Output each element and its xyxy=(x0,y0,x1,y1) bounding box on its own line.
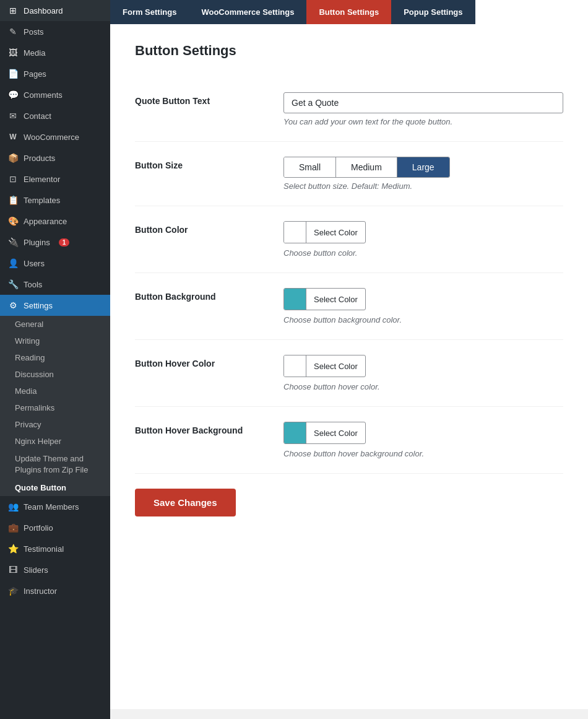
help-button-background: Choose button background color. xyxy=(283,315,563,325)
pages-icon: 📄 xyxy=(7,68,19,79)
color-picker-button-background[interactable]: Select Color xyxy=(283,288,366,310)
control-button-hover-background: Select Color Choose button hover backgro… xyxy=(283,422,563,458)
help-quote-button-text: You can add your own text for the quote … xyxy=(283,117,563,126)
sidebar-item-appearance[interactable]: 🎨 Appearance xyxy=(0,211,110,232)
page-title: Button Settings xyxy=(135,43,563,59)
testimonial-icon: ⭐ xyxy=(7,543,19,554)
settings-submenu: General Writing Reading Discussion Media… xyxy=(0,316,110,496)
sliders-icon: 🎞 xyxy=(7,564,19,575)
row-button-size: Button Size Small Medium Large Select bu… xyxy=(135,142,563,206)
submenu-update-theme[interactable]: Update Theme and Plugins from Zip File xyxy=(0,450,110,479)
color-picker-button-hover-color[interactable]: Select Color xyxy=(283,355,366,377)
label-button-hover-color: Button Hover Color xyxy=(135,355,271,368)
submenu-reading[interactable]: Reading xyxy=(0,349,110,366)
templates-icon: 📋 xyxy=(7,194,19,206)
plugins-icon: 🔌 xyxy=(7,237,19,248)
appearance-icon: 🎨 xyxy=(7,216,19,227)
color-label-button-hover-color: Select Color xyxy=(306,358,365,375)
sidebar-item-portfolio[interactable]: 💼 Portfolio xyxy=(0,517,110,538)
row-button-hover-color: Button Hover Color Select Color Choose b… xyxy=(135,340,563,407)
save-changes-button[interactable]: Save Changes xyxy=(135,489,236,516)
color-label-button-background: Select Color xyxy=(306,291,365,308)
size-toggle: Small Medium Large xyxy=(283,157,450,178)
submenu-writing[interactable]: Writing xyxy=(0,333,110,349)
row-button-background: Button Background Select Color Choose bu… xyxy=(135,273,563,340)
sidebar-item-woocommerce[interactable]: W WooCommerce xyxy=(0,126,110,147)
media-icon: 🖼 xyxy=(7,47,19,58)
row-button-hover-background: Button Hover Background Select Color Cho… xyxy=(135,407,563,474)
control-quote-button-text: You can add your own text for the quote … xyxy=(283,92,563,126)
submenu-privacy[interactable]: Privacy xyxy=(0,416,110,433)
sidebar-item-testimonial[interactable]: ⭐ Testimonial xyxy=(0,538,110,559)
color-label-button-hover-background: Select Color xyxy=(306,425,365,442)
size-small[interactable]: Small xyxy=(284,157,336,177)
sidebar-item-plugins[interactable]: 🔌 Plugins 1 xyxy=(0,232,110,253)
help-button-hover-background: Choose button hover background color. xyxy=(283,449,563,458)
label-quote-button-text: Quote Button Text xyxy=(135,92,271,106)
tools-icon: 🔧 xyxy=(7,279,19,290)
input-quote-button-text[interactable] xyxy=(283,92,563,113)
main-panel: Form Settings WooCommerce Settings Butto… xyxy=(110,0,588,719)
sidebar-item-dashboard[interactable]: ⊞ Dashboard xyxy=(0,0,110,21)
sidebar-item-team-members[interactable]: 👥 Team Members xyxy=(0,496,110,517)
submenu-discussion[interactable]: Discussion xyxy=(0,366,110,383)
control-button-size: Small Medium Large Select button size. D… xyxy=(283,157,563,191)
sidebar-item-contact[interactable]: ✉ Contact xyxy=(0,105,110,126)
sidebar-item-instructor[interactable]: 🎓 Instructor xyxy=(0,580,110,601)
elementor-icon: ⊡ xyxy=(7,173,19,185)
sidebar-item-elementor[interactable]: ⊡ Elementor xyxy=(0,168,110,190)
row-button-color: Button Color Select Color Choose button … xyxy=(135,206,563,273)
swatch-button-hover-color xyxy=(284,355,306,377)
control-button-hover-color: Select Color Choose button hover color. xyxy=(283,355,563,391)
instructor-icon: 🎓 xyxy=(7,585,19,596)
submenu-nginx-helper[interactable]: Nginx Helper xyxy=(0,433,110,450)
woocommerce-icon: W xyxy=(7,131,19,142)
tab-woocommerce-settings[interactable]: WooCommerce Settings xyxy=(189,0,306,24)
submenu-quote-button[interactable]: Quote Button xyxy=(0,479,110,496)
sidebar-item-media[interactable]: 🖼 Media xyxy=(0,42,110,63)
posts-icon: ✎ xyxy=(7,26,19,37)
contact-icon: ✉ xyxy=(7,110,19,121)
sidebar: ⊞ Dashboard ✎ Posts 🖼 Media 📄 Pages 💬 Co… xyxy=(0,0,110,719)
tab-bar: Form Settings WooCommerce Settings Butto… xyxy=(110,0,588,24)
size-medium[interactable]: Medium xyxy=(336,157,397,177)
label-button-color: Button Color xyxy=(135,221,271,235)
settings-icon: ⚙ xyxy=(7,300,19,311)
settings-arrow-icon xyxy=(98,300,103,310)
sidebar-item-templates[interactable]: 📋 Templates xyxy=(0,190,110,211)
control-button-background: Select Color Choose button background co… xyxy=(283,288,563,325)
label-button-size: Button Size xyxy=(135,157,271,170)
tab-form-settings[interactable]: Form Settings xyxy=(110,0,189,24)
sidebar-item-pages[interactable]: 📄 Pages xyxy=(0,63,110,84)
color-picker-button-hover-background[interactable]: Select Color xyxy=(283,422,366,444)
sidebar-item-products[interactable]: 📦 Products xyxy=(0,147,110,168)
help-button-size: Select button size. Default: Medium. xyxy=(283,181,563,191)
submenu-permalinks[interactable]: Permalinks xyxy=(0,399,110,416)
tab-popup-settings[interactable]: Popup Settings xyxy=(391,0,475,24)
submenu-general[interactable]: General xyxy=(0,316,110,333)
sidebar-item-sliders[interactable]: 🎞 Sliders xyxy=(0,559,110,580)
swatch-button-hover-background xyxy=(284,422,306,443)
sidebar-item-tools[interactable]: 🔧 Tools xyxy=(0,274,110,295)
swatch-button-background xyxy=(284,289,306,310)
tab-button-settings[interactable]: Button Settings xyxy=(306,0,391,24)
color-picker-button-color[interactable]: Select Color xyxy=(283,221,366,243)
plugins-badge: 1 xyxy=(59,238,70,246)
dashboard-icon: ⊞ xyxy=(7,5,19,16)
submenu-media[interactable]: Media xyxy=(0,383,110,399)
label-button-hover-background: Button Hover Background xyxy=(135,422,271,435)
row-quote-button-text: Quote Button Text You can add your own t… xyxy=(135,77,563,142)
size-large[interactable]: Large xyxy=(397,157,449,177)
sidebar-item-comments[interactable]: 💬 Comments xyxy=(0,84,110,105)
sidebar-item-settings[interactable]: ⚙ Settings xyxy=(0,295,110,316)
users-icon: 👤 xyxy=(7,258,19,269)
products-icon: 📦 xyxy=(7,152,19,163)
help-button-hover-color: Choose button hover color. xyxy=(283,382,563,391)
portfolio-icon: 💼 xyxy=(7,522,19,533)
sidebar-item-posts[interactable]: ✎ Posts xyxy=(0,21,110,42)
help-button-color: Choose button color. xyxy=(283,248,563,258)
team-members-icon: 👥 xyxy=(7,501,19,512)
comments-icon: 💬 xyxy=(7,89,19,100)
content-area: Button Settings Quote Button Text You ca… xyxy=(110,24,588,709)
sidebar-item-users[interactable]: 👤 Users xyxy=(0,253,110,274)
